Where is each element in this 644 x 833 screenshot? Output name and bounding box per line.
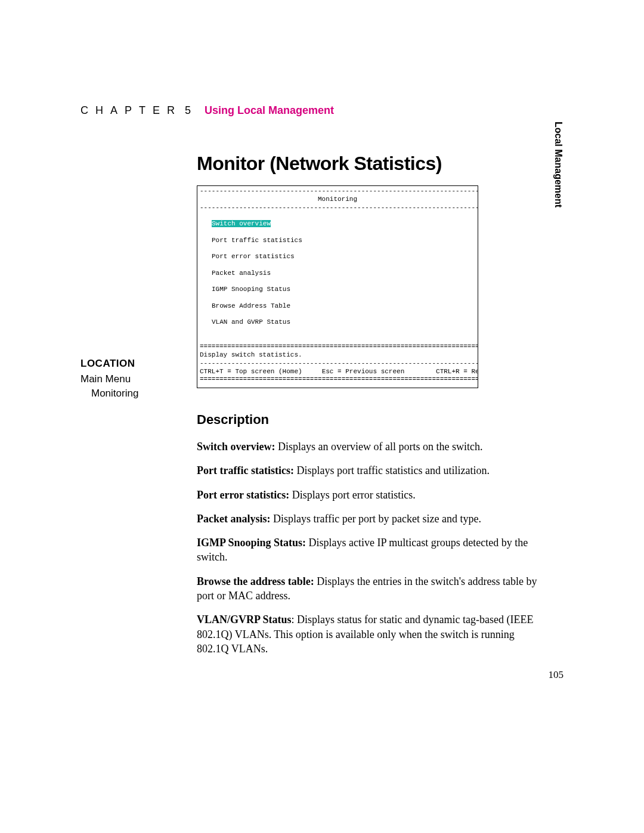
desc-term: VLAN/GVRP Status xyxy=(197,614,292,625)
terminal-rule: ----------------------------------------… xyxy=(200,360,475,368)
location-path-2: Monitoring xyxy=(80,388,182,400)
section-name: Using Local Management xyxy=(205,104,334,116)
running-header: CHAPTER 5 Using Local Management xyxy=(80,104,564,117)
desc-text: Displays traffic per port by packet size… xyxy=(271,513,482,525)
desc-text: Displays port error statistics. xyxy=(289,489,415,501)
page: CHAPTER 5 Using Local Management Local M… xyxy=(0,0,644,833)
location-heading: LOCATION xyxy=(80,358,182,370)
terminal-rule: ========================================… xyxy=(200,376,475,384)
terminal-rule: ----------------------------------------… xyxy=(200,204,475,212)
terminal-rule: ========================================… xyxy=(200,343,475,351)
terminal-menu-item: Port error statistics xyxy=(200,253,475,261)
page-number: 105 xyxy=(549,669,564,681)
terminal-menu-item-selected: Switch overview xyxy=(200,220,475,228)
description-item: Packet analysis: Displays traffic per po… xyxy=(197,512,543,526)
side-tab: Local Management xyxy=(547,119,564,236)
terminal-title: Monitoring xyxy=(200,196,475,204)
desc-term: IGMP Snooping Status: xyxy=(197,537,306,549)
chapter-number: 5 xyxy=(185,104,191,116)
terminal-selected-text: Switch overview xyxy=(212,220,271,227)
chapter-word: CHAPTER xyxy=(80,104,182,116)
main-content: Monitor (Network Statistics) -----------… xyxy=(197,153,543,656)
page-title: Monitor (Network Statistics) xyxy=(197,153,543,175)
terminal-screenshot: ----------------------------------------… xyxy=(197,185,478,388)
terminal-rule: ----------------------------------------… xyxy=(200,187,475,196)
description-item: IGMP Snooping Status: Displays active IP… xyxy=(197,535,543,565)
side-tab-label: Local Management xyxy=(553,119,564,236)
desc-term: Port error statistics: xyxy=(197,489,289,501)
desc-term: Browse the address table: xyxy=(197,575,314,587)
description-item: Browse the address table: Displays the e… xyxy=(197,574,543,603)
location-block: LOCATION Main Menu Monitoring xyxy=(80,358,182,400)
terminal-menu-item: Browse Address Table xyxy=(200,302,475,311)
terminal-menu-item: Port traffic statistics xyxy=(200,237,475,245)
terminal-menu-item: Packet analysis xyxy=(200,270,475,278)
terminal-menu-item: IGMP Snooping Status xyxy=(200,286,475,294)
description-item: VLAN/GVRP Status: Displays status for st… xyxy=(197,612,543,656)
desc-term: Packet analysis: xyxy=(197,513,271,525)
description-heading: Description xyxy=(197,412,543,428)
description-item: Switch overview: Displays an overview of… xyxy=(197,439,543,454)
terminal-footer: CTRL+T = Top screen (Home) Esc = Previou… xyxy=(200,368,475,376)
location-path-1: Main Menu xyxy=(80,373,182,385)
terminal-help: Display switch statistics. xyxy=(200,351,475,360)
desc-text: Displays port traffic statistics and uti… xyxy=(294,465,490,476)
description-item: Port traffic statistics: Displays port t… xyxy=(197,463,543,478)
desc-term: Switch overview: xyxy=(197,441,275,453)
desc-term: Port traffic statistics: xyxy=(197,465,294,476)
description-block: Switch overview: Displays an overview of… xyxy=(197,439,543,656)
terminal-menu-item: VLAN and GVRP Status xyxy=(200,318,475,327)
description-item: Port error statistics: Displays port err… xyxy=(197,488,543,502)
desc-text: Displays an overview of all ports on the… xyxy=(275,441,482,453)
